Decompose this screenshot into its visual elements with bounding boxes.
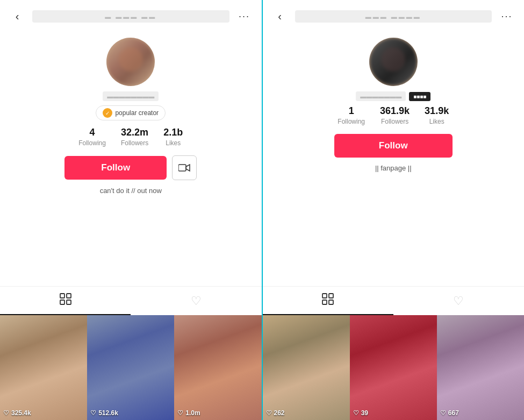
left-video-3-likes: ♡ 1.0m — [177, 409, 200, 417]
heart-icon: ♡ — [266, 409, 272, 417]
left-tab-row: ♡ — [0, 286, 262, 315]
right-stat-following: 1 Following — [338, 105, 365, 125]
right-likes-label: Likes — [429, 118, 444, 125]
svg-rect-0 — [178, 165, 186, 171]
right-video-thumb-3[interactable]: ♡ 667 — [437, 315, 524, 420]
left-stat-likes: 2.1b Likes — [163, 127, 183, 147]
svg-rect-7 — [322, 300, 327, 304]
left-creator-badge: ✓ popular creator — [96, 105, 166, 120]
right-video-grid: ♡ 262 ♡ 39 ♡ 667 — [263, 315, 525, 420]
left-follow-button[interactable]: Follow — [64, 156, 167, 180]
left-action-row: Follow — [64, 155, 197, 180]
right-profile-section: ▬▬▬▬▬▬▬ ■■■■ 1 Following 361.9k Follower… — [263, 32, 525, 177]
left-back-button[interactable]: ‹ — [9, 8, 26, 25]
right-likes-value: 31.9k — [425, 105, 449, 117]
right-action-row: Follow — [334, 134, 453, 158]
verified-icon: ✓ — [103, 108, 112, 118]
left-username-bar: ▬▬▬▬▬▬▬▬ — [103, 91, 159, 101]
heart-icon: ♡ — [90, 409, 96, 417]
left-likes-value: 2.1b — [163, 127, 183, 138]
right-video-3-likes: ♡ 667 — [440, 409, 459, 417]
left-likes-label: Likes — [166, 139, 181, 147]
left-video-thumb-1[interactable]: ♡ 325.4k — [0, 315, 87, 420]
left-video-2-likes: ♡ 512.6k — [90, 409, 118, 417]
left-video-button[interactable] — [172, 155, 197, 180]
left-video-grid: ♡ 325.4k ♡ 512.6k ♡ 1.0m — [0, 315, 262, 420]
left-bio: can't do it // out now — [100, 187, 162, 195]
left-more-button[interactable]: ··· — [236, 8, 253, 25]
right-username-bar: ▬▬▬▬▬▬▬ ■■■■ — [356, 91, 430, 101]
right-stats-row: 1 Following 361.9k Followers 31.9k Likes — [338, 105, 449, 125]
right-tab-grid[interactable] — [263, 287, 393, 315]
right-header-title: ▬▬▬ ▬▬▬▬ — [295, 10, 492, 23]
right-followers-value: 361.9k — [380, 105, 410, 117]
left-followers-label: Followers — [121, 139, 148, 147]
right-tab-liked[interactable]: ♡ — [393, 287, 524, 315]
right-stat-followers: 361.9k Followers — [380, 105, 410, 125]
left-following-label: Following — [78, 139, 106, 147]
grid-icon — [60, 293, 71, 308]
right-stat-likes: 31.9k Likes — [425, 105, 449, 125]
left-stat-followers: 32.2m Followers — [121, 127, 148, 147]
left-stat-following: 4 Following — [78, 127, 106, 147]
right-phone-panel: ‹ ▬▬▬ ▬▬▬▬ ··· ▬▬▬▬▬▬▬ ■■■■ 1 Following … — [263, 0, 525, 420]
right-follow-button[interactable]: Follow — [334, 134, 453, 158]
right-username: ▬▬▬▬▬▬▬ — [356, 91, 406, 101]
left-following-value: 4 — [90, 127, 95, 138]
left-stats-row: 4 Following 32.2m Followers 2.1b Likes — [78, 127, 183, 147]
right-followers-label: Followers — [381, 118, 408, 125]
right-video-1-likes: ♡ 262 — [266, 409, 285, 417]
heart-icon: ♡ — [191, 294, 202, 308]
heart-icon: ♡ — [453, 294, 464, 308]
left-profile-section: ▬▬▬▬▬▬▬▬ ✓ popular creator 4 Following 3… — [0, 32, 262, 200]
svg-rect-6 — [329, 294, 333, 298]
right-back-button[interactable]: ‹ — [271, 8, 289, 25]
right-following-value: 1 — [349, 105, 354, 117]
left-phone-panel: ‹ ▬ ▬▬▬ ▬▬ ··· ▬▬▬▬▬▬▬▬ ✓ popular creato… — [0, 0, 263, 420]
left-video-thumb-2[interactable]: ♡ 512.6k — [87, 315, 174, 420]
left-video-1-likes: ♡ 325.4k — [3, 409, 31, 417]
grid-icon — [322, 293, 334, 308]
left-video-thumb-3[interactable]: ♡ 1.0m — [174, 315, 261, 420]
svg-rect-5 — [322, 294, 327, 298]
right-header: ‹ ▬▬▬ ▬▬▬▬ ··· — [263, 0, 525, 32]
left-followers-value: 32.2m — [121, 127, 148, 138]
svg-rect-3 — [60, 300, 64, 304]
left-header-title: ▬ ▬▬▬ ▬▬ — [32, 10, 229, 23]
svg-rect-2 — [67, 294, 71, 298]
svg-rect-8 — [329, 300, 333, 304]
right-video-2-likes: ♡ 39 — [353, 409, 368, 417]
left-username: ▬▬▬▬▬▬▬▬ — [103, 91, 159, 101]
heart-icon: ♡ — [440, 409, 446, 417]
left-tab-grid[interactable] — [0, 287, 131, 315]
svg-rect-4 — [67, 300, 71, 304]
right-following-label: Following — [338, 118, 365, 125]
right-video-thumb-2[interactable]: ♡ 39 — [350, 315, 437, 420]
heart-icon: ♡ — [3, 409, 9, 417]
heart-icon: ♡ — [177, 409, 183, 417]
right-bio: || fanpage || — [375, 164, 412, 172]
right-tab-row: ♡ — [263, 286, 525, 315]
right-avatar — [369, 38, 418, 86]
left-avatar — [106, 38, 155, 86]
right-video-thumb-1[interactable]: ♡ 262 — [263, 315, 350, 420]
svg-rect-1 — [60, 294, 64, 298]
left-tab-liked[interactable]: ♡ — [131, 287, 261, 315]
left-header: ‹ ▬ ▬▬▬ ▬▬ ··· — [0, 0, 262, 32]
right-more-button[interactable]: ··· — [498, 8, 515, 25]
badge-label: popular creator — [115, 109, 159, 117]
heart-icon: ♡ — [353, 409, 359, 417]
right-black-badge: ■■■■ — [409, 92, 430, 101]
